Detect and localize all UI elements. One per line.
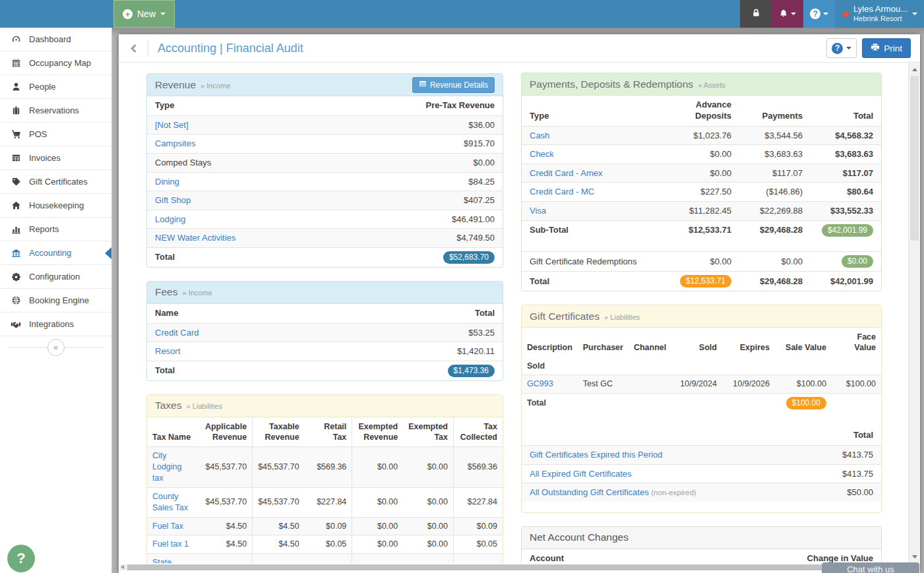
security-button[interactable] [740, 0, 772, 28]
back-button[interactable] [131, 44, 139, 53]
gc-summary-link[interactable]: Gift Certificates Expired this Period [530, 450, 663, 460]
payment-type-link[interactable]: Cash [530, 131, 549, 140]
help-button[interactable] [803, 0, 835, 28]
column-header: Type [522, 96, 654, 126]
revenue-type-link[interactable]: Lodging [155, 214, 185, 224]
cell-value: $0.00 [371, 153, 503, 172]
fees-panel: Fees » Income Name Total Credit Card$53.… [146, 281, 503, 381]
vertical-scrollbar-thumb[interactable] [910, 76, 919, 241]
subtotal-badge: $42,001.99 [822, 224, 873, 237]
cell-value: ($146.86) [739, 183, 811, 202]
chevron-down-icon [160, 13, 166, 15]
notifications-button[interactable] [772, 0, 803, 28]
cell-value: $80.64 [811, 183, 881, 202]
tax-name-link[interactable]: Fuel tax 1 [152, 539, 189, 549]
sidebar-item-configuration[interactable]: Configuration [0, 265, 111, 289]
content-card: Accounting | Financial Audit Print Reve [119, 34, 920, 573]
tax-name-link[interactable]: City Lodging tax [152, 451, 182, 483]
gc-summary-link[interactable]: All Outstanding Gift Certificates [530, 487, 649, 497]
sidebar-item-gift-certificates[interactable]: Gift Certificates [0, 170, 111, 194]
sidebar-item-label: Reports [29, 224, 59, 234]
table-row: Campsites$915.70 [147, 135, 503, 154]
horizontal-scrollbar[interactable] [119, 563, 920, 573]
revenue-type-link[interactable]: [Not Set] [155, 120, 189, 130]
gift-certificate-link[interactable]: GC993 [527, 379, 553, 388]
payments-panel-subtitle: » Assets [698, 81, 725, 89]
cell-value: $4.50 [200, 517, 253, 535]
sidebar-item-occupancy-map[interactable]: Occupancy Map [0, 51, 111, 75]
cell-value [629, 375, 675, 394]
sidebar-item-housekeeping[interactable]: Housekeeping [0, 194, 111, 218]
sidebar-item-integrations[interactable]: Integrations [0, 313, 111, 336]
payment-type-link[interactable]: Visa [530, 206, 546, 216]
sidebar-item-dashboard[interactable]: Dashboard [0, 28, 111, 51]
cell-value: $45,537.70 [200, 487, 253, 517]
taxes-panel-subtitle: » Liabilities [187, 402, 222, 410]
cell-value: $42,001.99 [811, 272, 881, 291]
sidebar-item-reservations[interactable]: Reservations [0, 99, 111, 123]
cell-value: $0.09 [454, 517, 503, 535]
page-help-dropdown[interactable] [826, 38, 857, 58]
chevron-down-icon [791, 13, 796, 15]
cell-value: $22,269.88 [739, 201, 811, 220]
scroll-up-arrow[interactable] [909, 64, 920, 75]
sidebar-collapse-button[interactable] [0, 336, 111, 359]
revenue-type-link[interactable]: Campsites [155, 138, 195, 148]
payments-panel: Payments, Deposits & Redemptions » Asset… [521, 73, 882, 291]
new-button[interactable]: New [113, 0, 175, 28]
sidebar-item-booking-engine[interactable]: Booking Engine [0, 289, 111, 313]
scroll-left-arrow[interactable] [121, 565, 124, 569]
payment-type-link[interactable]: Credit Card - Amex [530, 168, 603, 178]
chat-button[interactable]: Chat with us [822, 562, 919, 573]
cell-value: $227.50 [654, 183, 739, 202]
column-header: Payments [739, 96, 811, 126]
payment-type-link[interactable]: Check [530, 149, 554, 159]
tax-name-link[interactable]: County Sales Tax [152, 492, 188, 512]
revenue-type-text: Comped Stays [147, 153, 371, 172]
gc-summary-link[interactable]: All Expired Gift Certificates [530, 469, 632, 479]
chevron-down-icon [912, 13, 917, 15]
fee-name-link[interactable]: Resort [155, 346, 180, 356]
total-row: Total$12,533.71$29,468.28$42,001.99 [522, 272, 881, 291]
tax-name-link[interactable]: Fuel Tax [152, 522, 183, 531]
revenue-details-button[interactable]: Revenue Details [412, 77, 495, 93]
gears-icon [9, 272, 22, 282]
revenue-panel-title: Revenue [155, 79, 196, 91]
sidebar-item-pos[interactable]: POS [0, 123, 111, 146]
table-row: Resort$1,420.11 [147, 342, 503, 361]
table-row: County Sales Tax $45,537.70 $45,537.70 $… [147, 487, 503, 517]
gift-certificates-summary-table: Total Gift Certificates Expired this Per… [522, 413, 881, 502]
total-label: Total [522, 394, 578, 413]
user-name: Lyles Armou... [853, 4, 908, 15]
sidebar-item-label: Booking Engine [29, 295, 89, 305]
print-button[interactable]: Print [862, 38, 911, 58]
cell-value: $12,533.71 [654, 220, 739, 240]
horizontal-scrollbar-thumb[interactable] [127, 564, 906, 570]
revenue-type-link[interactable]: NEW Water Activities [155, 233, 235, 243]
cell-value: $100.00 [775, 375, 832, 394]
sidebar-item-label: Occupancy Map [29, 58, 91, 68]
scroll-down-arrow[interactable] [909, 551, 920, 562]
user-menu[interactable]: Lyles Armou... Hebrink Resort [835, 0, 924, 28]
chevron-down-icon [823, 13, 828, 15]
vertical-scrollbar[interactable] [908, 63, 920, 563]
total-label: Total [147, 247, 371, 267]
sidebar-item-reports[interactable]: Reports [0, 218, 111, 241]
cell-value: $45,537.70 [253, 487, 305, 517]
column-header: Total [815, 413, 881, 445]
cell-value: $4.50 [200, 535, 253, 554]
taxes-table: Tax Name Applicable Revenue Taxable Reve… [147, 417, 503, 573]
sidebar-item-accounting[interactable]: Accounting [0, 241, 111, 265]
sidebar-item-invoices[interactable]: Invoices [0, 146, 111, 170]
payment-type-link[interactable]: Credit Card - MC [530, 187, 594, 196]
user-property: Hebrink Resort [853, 15, 908, 24]
help-fab-button[interactable] [7, 545, 35, 572]
fee-name-link[interactable]: Credit Card [155, 328, 199, 338]
handshake-icon [9, 319, 22, 330]
top-bar: New Lyles Armou... Hebrink Resort [0, 0, 924, 28]
revenue-type-link[interactable]: Dining [155, 177, 179, 187]
revenue-type-link[interactable]: Gift Shop [155, 195, 191, 205]
table-row: City Lodging tax $45,537.70 $45,537.70 $… [147, 447, 503, 488]
sidebar-item-people[interactable]: People [0, 75, 111, 99]
gift-certificates-panel: Gift Certificates » Liabilities Sold Des… [521, 305, 882, 513]
